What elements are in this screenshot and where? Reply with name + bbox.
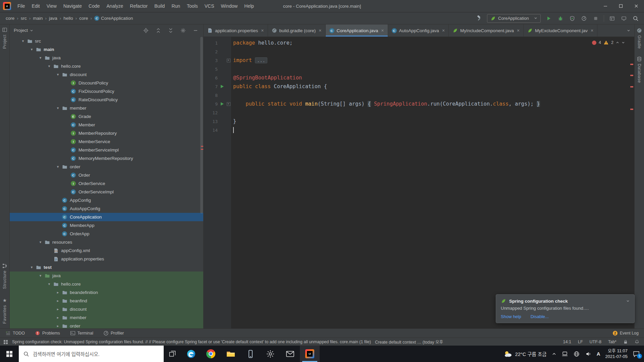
tree-item-ratediscountpolicy[interactable]: CRateDiscountPolicy [10, 96, 203, 104]
tab-close-icon[interactable]: × [591, 28, 593, 33]
project-view-selector[interactable]: Project [14, 28, 33, 33]
bell-icon[interactable] [635, 340, 639, 344]
tree-item-memberservice[interactable]: IMemberService [10, 137, 203, 146]
code-line[interactable]: 13} [204, 117, 629, 126]
weather-widget[interactable]: 22°C 구름 조금 [504, 350, 547, 358]
tree-item-orderserviceimpl[interactable]: COrderServiceImpl [10, 188, 203, 196]
profiler-button[interactable] [580, 15, 588, 22]
search-everywhere-icon[interactable] [632, 15, 639, 22]
taskbar-app-mail[interactable] [280, 346, 300, 362]
tree-item-hello-core[interactable]: ▾hello.core [10, 62, 203, 70]
breadcrumb-item-core[interactable]: core [78, 16, 89, 21]
taskbar-app-phone[interactable] [240, 346, 260, 362]
chevron-down-icon[interactable]: ▾ [37, 274, 44, 278]
code-line[interactable]: 7public class CoreApplication { [204, 82, 629, 91]
taskbar-app-settings[interactable] [260, 346, 280, 362]
tool-window-button-problems[interactable]: Problems [35, 330, 60, 336]
chevron-down-icon[interactable]: ▾ [29, 265, 35, 269]
tree-item-java[interactable]: ▾java [10, 54, 203, 62]
tree-item-memberrepository[interactable]: IMemberRepository [10, 129, 203, 137]
status-message[interactable]: Spring configuration check: Unmapped Spr… [12, 340, 371, 344]
breadcrumb-item-hello[interactable]: hello [62, 16, 74, 21]
breadcrumb-item-java[interactable]: java [48, 16, 58, 21]
inspections-widget[interactable]: 4 2 [592, 40, 625, 45]
editor-tab-application-properties[interactable]: application.properties× [204, 24, 268, 37]
tab-close-icon[interactable]: × [261, 28, 264, 33]
chevron-right-icon[interactable]: ▸ [55, 299, 61, 303]
editor-tab-build-gradle-core[interactable]: build.gradle (core)× [268, 24, 326, 37]
run-config-selector[interactable]: CoreApplication [487, 14, 541, 23]
ime-indicator[interactable]: A [597, 351, 600, 357]
chevron-down-icon[interactable]: ▾ [55, 106, 61, 110]
error-stripe-mark[interactable] [630, 86, 633, 87]
tree-item-order[interactable]: ▾order [10, 163, 203, 171]
tree-item-order[interactable]: ▸order [10, 322, 203, 328]
tree-item-memberapp[interactable]: CMemberApp [10, 221, 203, 230]
menu-file[interactable]: File [14, 0, 29, 12]
tree-item-memorymemberrepository[interactable]: CMemoryMemberRepository [10, 154, 203, 163]
disable-link[interactable]: Disable... [531, 314, 549, 319]
tree-item-discount[interactable]: ▾discount [10, 70, 203, 79]
error-stripe-mark[interactable] [630, 64, 633, 65]
tab-close-icon[interactable]: × [442, 28, 445, 33]
breadcrumb-item-src[interactable]: src [20, 16, 28, 21]
chevron-right-icon[interactable]: ▸ [55, 315, 61, 320]
tree-item-appconfig[interactable]: CAppConfig [10, 196, 203, 204]
menu-view[interactable]: View [43, 0, 60, 12]
editor-tab-coreapplication-java[interactable]: CCoreApplication.java× [326, 24, 388, 37]
debug-button[interactable] [557, 15, 564, 22]
locate-file-icon[interactable] [142, 27, 150, 34]
editor-tab-myincludecomponent-java[interactable]: MyIncludeComponent.java× [449, 24, 524, 37]
menu-window[interactable]: Window [218, 0, 241, 12]
tool-window-button-structure[interactable]: Structure [2, 263, 7, 289]
minimize-button[interactable] [598, 0, 613, 12]
tool-window-button-favorites[interactable]: ★ Favorites [2, 298, 7, 324]
chevron-right-icon[interactable]: ▸ [55, 307, 61, 311]
screen-layout-icon[interactable] [620, 15, 628, 22]
tree-item-member[interactable]: ▸member [10, 313, 203, 322]
error-stripe[interactable] [629, 37, 634, 328]
chevron-down-icon[interactable]: ▾ [20, 39, 26, 43]
menu-refactor[interactable]: Refactor [126, 0, 151, 12]
code-line[interactable]: 1package hello.core; [204, 39, 629, 47]
tool-window-layout-icon[interactable] [608, 15, 616, 22]
caret-position-widget[interactable]: 14:1 [563, 340, 571, 344]
tree-item-hello-core[interactable]: ▾hello.core [10, 280, 203, 288]
tab-close-icon[interactable]: × [517, 28, 520, 33]
gear-icon[interactable] [179, 27, 187, 34]
fold-marker-icon[interactable]: + [226, 102, 231, 106]
menu-analyze[interactable]: Analyze [103, 0, 127, 12]
tree-item-main[interactable]: ▾main [10, 45, 203, 54]
menu-code[interactable]: Code [85, 0, 103, 12]
tree-item-application-properties[interactable]: application.properties [10, 255, 203, 263]
close-button[interactable] [629, 0, 644, 12]
chevron-down-icon[interactable]: ▾ [37, 56, 44, 60]
code-line[interactable]: 3+import ... [204, 56, 629, 65]
taskbar-app-explorer[interactable] [221, 346, 240, 362]
chevron-right-icon[interactable]: ▸ [55, 290, 61, 295]
tree-item-member[interactable]: CMember [10, 121, 203, 129]
menu-vcs[interactable]: VCS [201, 0, 218, 12]
tree-item-discount[interactable]: ▸discount [10, 305, 203, 313]
action-center-button[interactable]: 5 [633, 350, 640, 358]
menu-tools[interactable]: Tools [183, 0, 201, 12]
chevron-down-icon[interactable]: ▾ [55, 72, 61, 77]
taskbar-app-chrome[interactable] [201, 346, 221, 362]
chevron-down-icon[interactable] [622, 41, 625, 44]
tool-window-switcher-icon[interactable] [3, 340, 8, 344]
tree-item-java[interactable]: ▾java [10, 272, 203, 280]
tree-item-beanfind[interactable]: ▸beanfind [10, 297, 203, 305]
chevron-down-icon[interactable]: ▾ [46, 64, 52, 68]
code-line[interactable]: 5 [204, 65, 629, 73]
encoding-widget[interactable]: UTF-8 [590, 340, 601, 344]
code-line[interactable]: 6@SpringBootApplication [204, 73, 629, 82]
code-line[interactable]: 8 [204, 91, 629, 100]
tree-item-src[interactable]: ▾src [10, 37, 203, 45]
tool-window-button-gradle[interactable]: Gradle [637, 28, 642, 49]
chevron-down-icon[interactable]: ▾ [29, 47, 35, 52]
maximize-button[interactable] [613, 0, 629, 12]
menu-run[interactable]: Run [168, 0, 183, 12]
coverage-button[interactable] [569, 15, 576, 22]
indent-widget[interactable]: Tab* [608, 340, 616, 344]
tree-item-order[interactable]: COrder [10, 171, 203, 179]
